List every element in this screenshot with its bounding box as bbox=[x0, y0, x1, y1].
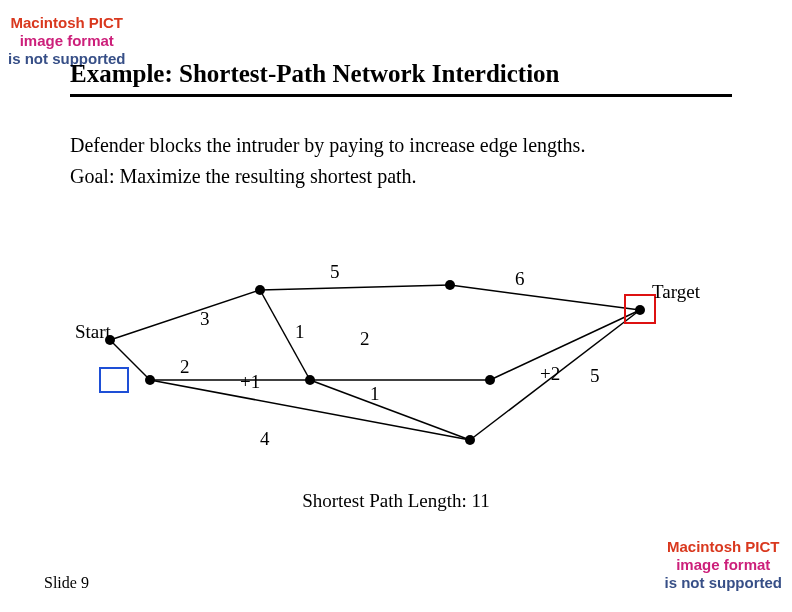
result-text: Shortest Path Length: 11 bbox=[0, 490, 792, 512]
pict-line3: is not supported bbox=[665, 574, 783, 592]
node-d bbox=[305, 375, 315, 385]
node-b bbox=[145, 375, 155, 385]
node-e bbox=[485, 375, 495, 385]
weight-plus2: +2 bbox=[540, 363, 560, 384]
weight-2a: 2 bbox=[360, 328, 370, 349]
node-f bbox=[465, 435, 475, 445]
weight-1a: 1 bbox=[295, 321, 305, 342]
weight-3: 3 bbox=[200, 308, 210, 329]
pict-line2: image format bbox=[665, 556, 783, 574]
title-block: Example: Shortest-Path Network Interdict… bbox=[70, 60, 732, 97]
weight-1b: 1 bbox=[370, 383, 380, 404]
pict-line1: Macintosh PICT bbox=[8, 14, 126, 32]
pict-error-bottom: Macintosh PICT image format is not suppo… bbox=[665, 538, 783, 592]
weight-5b: 5 bbox=[590, 365, 600, 386]
interdiction-box-blue bbox=[100, 368, 128, 392]
pict-line1: Macintosh PICT bbox=[665, 538, 783, 556]
node-target bbox=[635, 305, 645, 315]
node-a bbox=[255, 285, 265, 295]
svg-line-8 bbox=[450, 285, 640, 310]
weight-plus1: +1 bbox=[240, 371, 260, 392]
svg-line-7 bbox=[150, 380, 470, 440]
body-p1: Defender blocks the intruder by paying t… bbox=[70, 130, 732, 161]
body-p2: Goal: Maximize the resulting shortest pa… bbox=[70, 161, 732, 192]
weight-5: 5 bbox=[330, 261, 340, 282]
node-c bbox=[445, 280, 455, 290]
weight-6: 6 bbox=[515, 268, 525, 289]
network-diagram: Start Target 5 6 3 1 2 2 +1 1 +2 5 4 bbox=[70, 230, 720, 490]
title-rule bbox=[70, 94, 732, 97]
svg-line-6 bbox=[310, 380, 470, 440]
weight-4: 4 bbox=[260, 428, 270, 449]
start-label: Start bbox=[75, 321, 112, 342]
svg-line-2 bbox=[260, 285, 450, 290]
svg-line-0 bbox=[110, 290, 260, 340]
slide-number: Slide 9 bbox=[44, 574, 89, 592]
svg-line-9 bbox=[490, 310, 640, 380]
svg-line-1 bbox=[110, 340, 150, 380]
target-label: Target bbox=[652, 281, 701, 302]
weight-2b: 2 bbox=[180, 356, 190, 377]
page-title: Example: Shortest-Path Network Interdict… bbox=[70, 60, 732, 88]
body-text: Defender blocks the intruder by paying t… bbox=[70, 130, 732, 192]
pict-line2: image format bbox=[8, 32, 126, 50]
